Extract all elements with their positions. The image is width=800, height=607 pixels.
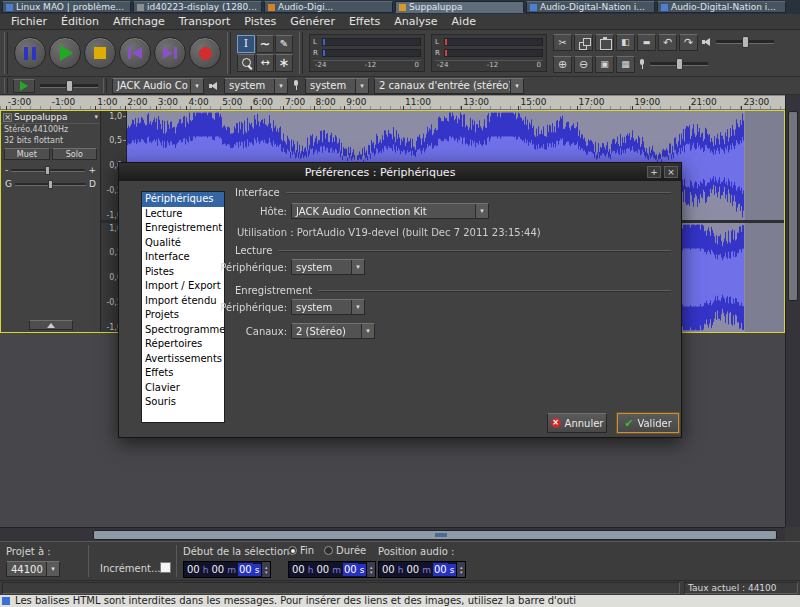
fit-project-button[interactable] xyxy=(616,56,635,73)
radio-end[interactable]: Fin xyxy=(288,545,314,556)
horizontal-scrollbar-thumb[interactable] xyxy=(93,530,777,540)
preferences-category[interactable]: Enregistrement xyxy=(142,221,224,236)
cancel-button[interactable]: × Annuler xyxy=(547,413,607,433)
silence-button[interactable] xyxy=(637,34,656,51)
playback-device-select[interactable]: system ▾ xyxy=(291,259,365,275)
menu-item[interactable]: Effets xyxy=(342,15,387,28)
audio-host-select[interactable]: JACK Audio Co ▾ xyxy=(112,78,204,94)
play-at-speed-button[interactable] xyxy=(13,79,35,93)
zoom-tool-button[interactable] xyxy=(237,54,255,72)
preferences-category[interactable]: Répertoires xyxy=(142,337,224,352)
multi-tool-button[interactable] xyxy=(275,54,293,72)
ok-button[interactable]: ✔ Valider xyxy=(617,413,679,433)
menu-item[interactable]: Transport xyxy=(172,15,238,28)
recording-meter[interactable]: L R -24-120 xyxy=(431,34,547,72)
gain-slider[interactable]: - + xyxy=(1,162,100,176)
pan-slider[interactable]: G D xyxy=(1,176,100,190)
time-spinner[interactable]: ▴▾ xyxy=(456,562,465,577)
vertical-scrollbar[interactable] xyxy=(785,95,800,527)
time-spinner[interactable]: ▴▾ xyxy=(366,562,375,577)
record-button[interactable] xyxy=(189,37,221,69)
skip-to-end-button[interactable] xyxy=(154,37,186,69)
timeline-ruler[interactable]: -3:00 -1:00 1:00 2:00 3:00 4:00 5:00 6:0… xyxy=(0,95,785,110)
stop-button[interactable] xyxy=(84,37,116,69)
selection-start-time[interactable]: 00h00m00s ▴▾ xyxy=(183,561,271,578)
paste-button[interactable] xyxy=(595,34,614,51)
draw-tool-button[interactable] xyxy=(275,35,293,53)
selection-end-time[interactable]: 00h00m00s ▴▾ xyxy=(288,561,376,578)
dialog-titlebar[interactable]: Préférences : Périphériques + × xyxy=(119,163,681,181)
input-device-select[interactable]: system ▾ xyxy=(305,78,369,94)
play-button[interactable] xyxy=(49,37,81,69)
slider-groove xyxy=(716,40,774,44)
preferences-category[interactable]: Avertissements xyxy=(142,352,224,367)
fit-selection-button[interactable] xyxy=(595,56,614,73)
undo-button[interactable] xyxy=(658,34,677,51)
audio-position-time[interactable]: 00h00m00s ▴▾ xyxy=(378,561,466,578)
zoom-in-button[interactable] xyxy=(553,56,572,73)
slider-knob[interactable] xyxy=(48,180,53,189)
radio-length[interactable]: Durée xyxy=(324,545,366,556)
taskbar-window-linux-mao[interactable]: Linux MAO | problème... xyxy=(2,1,131,13)
play-speed-slider[interactable] xyxy=(40,84,98,88)
track-menu-arrow-icon[interactable]: ▾ xyxy=(94,113,98,121)
menu-item[interactable]: Aide xyxy=(445,15,483,28)
output-volume-slider[interactable] xyxy=(702,37,774,47)
taskbar-window-audio[interactable]: Audio-Digi... xyxy=(264,1,393,13)
redo-button[interactable] xyxy=(679,34,698,51)
dialog-maximize-button[interactable]: + xyxy=(647,166,661,178)
time-shift-tool-button[interactable] xyxy=(256,54,274,72)
project-rate-select[interactable]: 44100 ▾ xyxy=(6,561,60,577)
dialog-close-button[interactable]: × xyxy=(664,166,678,178)
zoom-out-button[interactable] xyxy=(574,56,593,73)
cut-button[interactable] xyxy=(553,34,572,51)
toolbar-gripper[interactable] xyxy=(227,32,231,74)
track-collapse-button[interactable] xyxy=(29,320,73,330)
slider-knob[interactable] xyxy=(66,80,73,92)
track-title[interactable]: Suppaluppa xyxy=(14,112,92,122)
preferences-category[interactable]: Souris xyxy=(142,395,224,410)
menu-item[interactable]: Analyse xyxy=(387,15,444,28)
selection-tool-button[interactable] xyxy=(237,35,255,53)
menu-item[interactable]: Pistes xyxy=(237,15,283,28)
preferences-category[interactable]: Import / Export xyxy=(142,279,224,294)
toolbar-gripper[interactable] xyxy=(103,78,107,93)
recording-device-select[interactable]: system ▾ xyxy=(291,299,365,315)
taskbar-window-adn-2[interactable]: Audio-Digital-Nation i... xyxy=(657,1,786,13)
toolbar-gripper[interactable] xyxy=(299,32,303,74)
taskbar-window-adn-1[interactable]: Audio-Digital-Nation i... xyxy=(526,1,655,13)
menu-item[interactable]: Fichier xyxy=(4,15,54,28)
time-spinner[interactable]: ▴▾ xyxy=(261,562,270,577)
menu-item[interactable]: Édition xyxy=(54,15,106,28)
recording-channels-select[interactable]: 2 (Stéréo) ▾ xyxy=(291,323,375,339)
input-volume-slider[interactable] xyxy=(639,59,708,70)
host-select[interactable]: JACK Audio Connection Kit ▾ xyxy=(291,203,489,219)
mute-button[interactable]: Muet xyxy=(4,148,50,160)
slider-knob[interactable] xyxy=(676,58,683,70)
solo-button[interactable]: Solo xyxy=(52,148,98,160)
output-device-select[interactable]: system ▾ xyxy=(224,78,288,94)
snap-to-checkbox[interactable] xyxy=(160,562,171,573)
vertical-scrollbar-thumb[interactable] xyxy=(788,111,798,301)
envelope-tool-button[interactable] xyxy=(256,35,274,53)
preferences-category[interactable]: Clavier xyxy=(142,381,224,396)
preferences-category[interactable]: Qualité xyxy=(142,236,224,251)
menu-item[interactable]: Générer xyxy=(283,15,342,28)
horizontal-scrollbar[interactable] xyxy=(0,527,785,541)
slider-knob[interactable] xyxy=(742,36,749,48)
input-channels-select[interactable]: 2 canaux d'entrée (stéréo) ▾ xyxy=(374,78,524,94)
preferences-category[interactable]: Effets xyxy=(142,366,224,381)
skip-to-start-button[interactable] xyxy=(119,37,151,69)
pause-button[interactable] xyxy=(14,37,46,69)
toolbar-gripper[interactable] xyxy=(4,32,8,74)
toolbar-gripper[interactable] xyxy=(4,78,8,93)
taskbar-window-display[interactable]: id40223-display (1280... xyxy=(133,1,262,13)
preferences-category[interactable]: Périphériques xyxy=(142,192,224,207)
taskbar-window-suppaluppa[interactable]: Suppaluppa xyxy=(395,1,524,13)
track-close-button[interactable]: × xyxy=(3,113,12,122)
copy-button[interactable] xyxy=(574,34,593,51)
trim-button[interactable] xyxy=(616,34,635,51)
menu-item[interactable]: Affichage xyxy=(106,15,172,28)
slider-knob[interactable] xyxy=(45,166,50,175)
playback-meter[interactable]: L R -24-120 xyxy=(309,34,425,72)
